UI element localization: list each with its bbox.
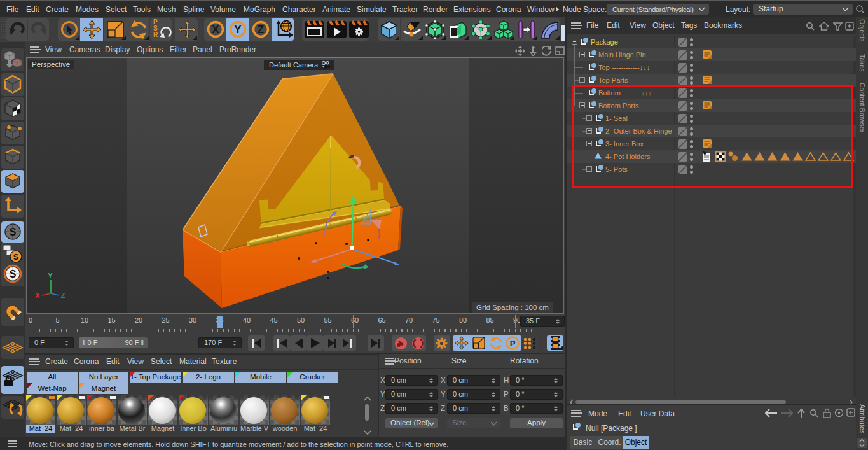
svg-text:Y: Y <box>48 272 53 279</box>
svg-text:Y: Y <box>234 24 242 36</box>
svg-text:Z: Z <box>258 24 264 36</box>
svg-text:S: S <box>10 269 17 279</box>
svg-text:X: X <box>212 24 219 36</box>
svg-text:S: S <box>13 252 19 262</box>
svg-text:S: S <box>10 227 17 237</box>
svg-text:X: X <box>35 292 40 299</box>
svg-text:P: P <box>510 339 516 348</box>
svg-text:Z: Z <box>61 292 65 299</box>
